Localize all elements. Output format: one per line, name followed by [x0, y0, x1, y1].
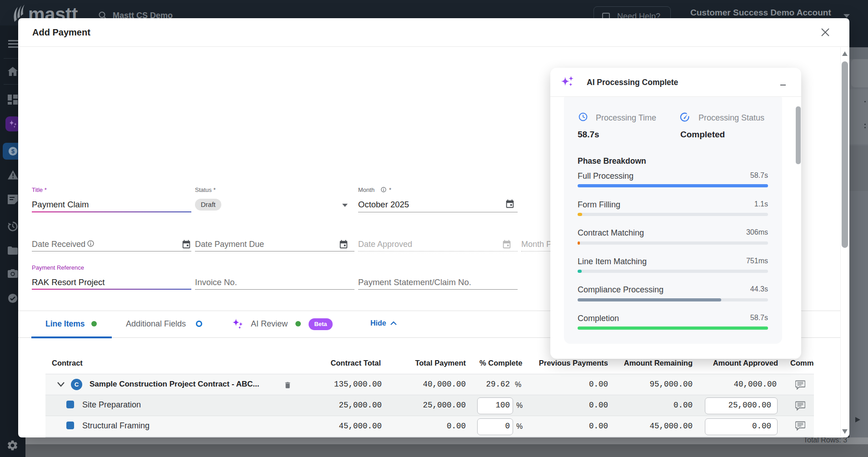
svg-text:$: $ — [11, 148, 15, 155]
